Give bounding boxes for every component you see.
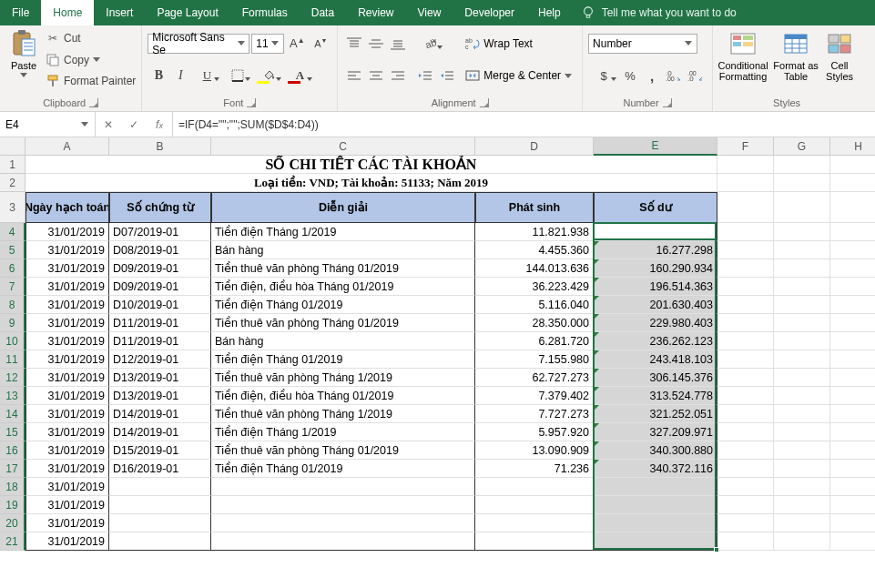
cell[interactable]	[717, 387, 774, 405]
tab-help[interactable]: Help	[526, 0, 573, 25]
cell-styles-button[interactable]: Cell Styles	[824, 27, 855, 91]
row-header-14[interactable]: 14	[0, 405, 25, 423]
cell[interactable]	[717, 332, 774, 350]
tab-home[interactable]: Home	[41, 0, 94, 25]
decrease-decimal-button[interactable]: .00.0	[685, 66, 707, 86]
cell[interactable]: Tiền thuê văn phòng Tháng 01/2019	[211, 259, 475, 278]
cell[interactable]: Tiền thuê văn phòng Tháng 01/2019	[211, 314, 475, 332]
cell[interactable]: 340.300.880	[594, 441, 717, 460]
cell[interactable]	[594, 496, 717, 514]
cell[interactable]: Bán hàng	[211, 241, 475, 259]
cell[interactable]: D08/2019-01	[109, 241, 211, 259]
cell[interactable]: Tiền điện Tháng 1/2019	[211, 223, 475, 241]
cell[interactable]: 144.013.636	[475, 259, 594, 278]
conditional-formatting-button[interactable]: Conditional Formatting	[718, 27, 768, 91]
cell[interactable]	[774, 441, 830, 460]
cell[interactable]	[830, 369, 875, 387]
cell[interactable]: 31/01/2019	[25, 514, 109, 532]
cell[interactable]	[774, 332, 830, 350]
cell[interactable]	[717, 314, 774, 332]
cell[interactable]: D14/2019-01	[109, 405, 211, 423]
tab-data[interactable]: Data	[300, 0, 346, 25]
cell[interactable]: Ngày hạch toán	[25, 192, 109, 223]
cell[interactable]: 236.262.123	[594, 332, 717, 350]
cell[interactable]: 201.630.403	[594, 296, 717, 314]
cell[interactable]: 31/01/2019	[25, 369, 109, 387]
cell[interactable]	[830, 350, 875, 369]
format-painter-button[interactable]: Format Painter	[46, 71, 136, 91]
cell[interactable]: 31/01/2019	[25, 350, 109, 369]
cell[interactable]	[475, 496, 594, 514]
dialog-launcher-icon[interactable]	[89, 98, 98, 107]
row-header-8[interactable]: 8	[0, 296, 25, 314]
row-header-3[interactable]: 3	[0, 192, 25, 223]
cell[interactable]: Tiền điện Tháng 1/2019	[211, 423, 475, 441]
cells-area[interactable]: SỔ CHI TIẾT CÁC TÀI KHOẢNLoại tiền: VND;…	[25, 156, 875, 551]
cell[interactable]: Tiền thuê văn phòng Tháng 01/2019	[211, 441, 475, 460]
cell[interactable]	[211, 532, 475, 551]
cell[interactable]	[717, 192, 774, 223]
row-header-11[interactable]: 11	[0, 350, 25, 369]
name-box-input[interactable]	[5, 118, 69, 131]
row-header-10[interactable]: 10	[0, 332, 25, 350]
cell[interactable]: 31/01/2019	[25, 278, 109, 296]
font-size-select[interactable]: 11	[251, 34, 284, 54]
cell[interactable]	[717, 441, 774, 460]
fill-color-button[interactable]	[253, 66, 284, 86]
cell[interactable]	[109, 532, 211, 551]
cell[interactable]: D14/2019-01	[109, 423, 211, 441]
cell[interactable]	[774, 350, 830, 369]
cell[interactable]: 16.277.298	[594, 241, 717, 259]
font-color-button[interactable]: A	[284, 66, 315, 86]
italic-button[interactable]: I	[169, 66, 191, 86]
cell[interactable]	[830, 278, 875, 296]
cell[interactable]: Tiền thuê văn phòng Tháng 1/2019	[211, 369, 475, 387]
cell[interactable]	[830, 514, 875, 532]
cell[interactable]	[830, 423, 875, 441]
cell[interactable]: Diễn giải	[211, 192, 475, 223]
cell[interactable]: 11.821.938	[594, 223, 717, 241]
cell[interactable]: 31/01/2019	[25, 441, 109, 460]
cell[interactable]: 11.821.938	[475, 223, 594, 241]
cell[interactable]	[717, 223, 774, 241]
cell[interactable]	[774, 241, 830, 259]
cell[interactable]: Số dư	[594, 192, 717, 223]
cell[interactable]	[717, 350, 774, 369]
cut-button[interactable]: ✂ Cut	[46, 28, 136, 48]
row-header-4[interactable]: 4	[0, 223, 25, 241]
cell[interactable]	[830, 156, 875, 174]
cell[interactable]: D07/2019-01	[109, 223, 211, 241]
row-header-6[interactable]: 6	[0, 259, 25, 278]
cell[interactable]: 31/01/2019	[25, 241, 109, 259]
cell[interactable]	[830, 223, 875, 241]
cell[interactable]: 196.514.363	[594, 278, 717, 296]
enter-formula-button[interactable]: ✓	[121, 112, 147, 137]
column-header-H[interactable]: H	[830, 137, 875, 156]
cell[interactable]	[717, 532, 774, 551]
formula-input[interactable]	[173, 112, 875, 137]
cell[interactable]	[774, 278, 830, 296]
cell[interactable]: D09/2019-01	[109, 278, 211, 296]
cell[interactable]: 7.379.402	[475, 387, 594, 405]
cell[interactable]	[717, 478, 774, 496]
cell[interactable]	[830, 387, 875, 405]
cell[interactable]	[830, 460, 875, 478]
cell[interactable]: Tiền điện Tháng 01/2019	[211, 460, 475, 478]
align-bottom-button[interactable]	[387, 34, 409, 54]
tab-page-layout[interactable]: Page Layout	[145, 0, 229, 25]
cell[interactable]	[774, 387, 830, 405]
cell[interactable]	[717, 405, 774, 423]
cell[interactable]	[717, 496, 774, 514]
cell[interactable]	[211, 496, 475, 514]
cell[interactable]	[594, 478, 717, 496]
align-center-button[interactable]	[365, 66, 387, 86]
cell[interactable]	[830, 441, 875, 460]
cell[interactable]: 31/01/2019	[25, 223, 109, 241]
name-box[interactable]	[0, 112, 96, 137]
cell[interactable]: Loại tiền: VND; Tài khoản: 51133; Năm 20…	[25, 174, 717, 192]
decrease-font-button[interactable]: A▼	[310, 34, 331, 54]
cell[interactable]: D09/2019-01	[109, 259, 211, 278]
row-header-18[interactable]: 18	[0, 478, 25, 496]
cell[interactable]: Tiền thuê văn phòng Tháng 1/2019	[211, 405, 475, 423]
tell-me-search[interactable]: Tell me what you want to do	[582, 6, 737, 19]
